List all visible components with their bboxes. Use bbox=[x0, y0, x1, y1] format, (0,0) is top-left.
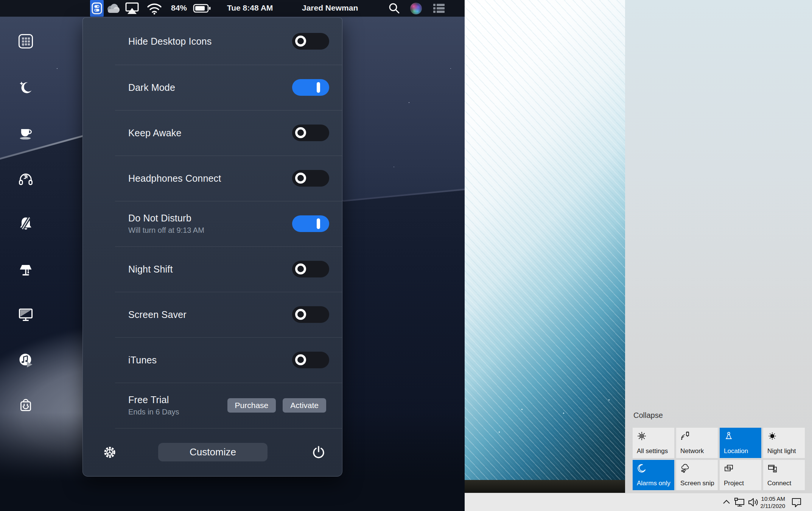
free-trial-row: Free Trial Ends in 6 Days Purchase Activ… bbox=[83, 383, 342, 428]
search-icon bbox=[388, 2, 400, 14]
free-trial-title: Free Trial bbox=[128, 394, 179, 405]
taskbar-network-button[interactable] bbox=[734, 497, 745, 508]
wallpaper-dark-band bbox=[465, 480, 625, 493]
windows-taskbar: 10:05 AM 2/11/2020 bbox=[465, 493, 812, 511]
night-shift-toggle[interactable] bbox=[292, 261, 329, 277]
menubar-user-name[interactable]: Jared Newman bbox=[302, 3, 381, 12]
airplay-display-icon bbox=[125, 2, 139, 15]
siri-button[interactable] bbox=[410, 3, 422, 14]
headphones-connect-toggle[interactable] bbox=[292, 170, 329, 187]
project-icon bbox=[724, 463, 734, 473]
screen: 84% Tue 8:48 AM Jared Newman bbox=[0, 0, 812, 511]
activate-button[interactable]: Activate bbox=[283, 398, 326, 413]
free-trial-subtitle: Ends in 6 Days bbox=[128, 408, 179, 416]
row-label: Screen Saver bbox=[128, 309, 187, 320]
tile-location[interactable]: Location bbox=[720, 428, 761, 458]
battery-icon bbox=[193, 3, 211, 13]
alarms-only-moon-icon bbox=[637, 463, 647, 473]
panel-row-dark-mode[interactable]: Dark Mode bbox=[83, 65, 342, 110]
customize-button[interactable]: Customize bbox=[158, 443, 268, 461]
action-center-panel: Collapse All settingsNetworkLocationNigh… bbox=[625, 0, 812, 493]
screen-saver-monitor-icon bbox=[17, 306, 34, 323]
tile-project[interactable]: Project bbox=[720, 460, 761, 490]
windows-wallpaper bbox=[465, 0, 625, 493]
screen-saver-toggle[interactable] bbox=[292, 306, 329, 323]
row-label: Dark Mode bbox=[128, 82, 175, 93]
panel-rows: Hide Desktop IconsDark ModeKeep AwakeHea… bbox=[83, 18, 342, 383]
mac-menu-bar: 84% Tue 8:48 AM Jared Newman bbox=[0, 0, 465, 17]
battery-percent: 84% bbox=[171, 3, 187, 12]
cloud-icon bbox=[106, 3, 121, 14]
hide-desktop-icons-toggle[interactable] bbox=[292, 33, 329, 50]
settings-gear-icon bbox=[101, 444, 118, 461]
connect-icon bbox=[767, 463, 777, 473]
row-label: Hide Desktop Icons bbox=[128, 36, 212, 47]
app-store-bag-icon bbox=[17, 397, 34, 414]
tile-alarms-only[interactable]: Alarms only bbox=[633, 460, 674, 490]
action-center-icon bbox=[791, 497, 802, 508]
tile-connect[interactable]: Connect bbox=[763, 460, 805, 490]
bell-slash-icon bbox=[17, 215, 34, 232]
cloud-menubar-button[interactable] bbox=[104, 0, 122, 17]
one-switch-menubar-button[interactable] bbox=[90, 0, 104, 17]
desktop-grid-icon bbox=[17, 33, 34, 50]
wallpaper-sparkles bbox=[521, 409, 523, 410]
panel-row-hide-desktop-icons[interactable]: Hide Desktop Icons bbox=[83, 18, 342, 65]
desk-lamp-icon bbox=[17, 261, 34, 277]
list-menubar-button[interactable] bbox=[431, 0, 446, 17]
tile-screen-snip[interactable]: Screen snip bbox=[676, 460, 718, 490]
one-switch-panel: Hide Desktop IconsDark ModeKeep AwakeHea… bbox=[82, 17, 342, 477]
wifi-icon bbox=[146, 2, 162, 15]
night-light-icon bbox=[767, 431, 777, 441]
taskbar-date: 2/11/2020 bbox=[757, 502, 785, 509]
tile-label: Connect bbox=[767, 480, 791, 487]
taskbar-overflow-button[interactable] bbox=[722, 498, 731, 506]
bluetooth-headphones-icon bbox=[17, 170, 34, 187]
tile-label: All settings bbox=[637, 447, 668, 455]
collapse-link[interactable]: Collapse bbox=[633, 411, 663, 420]
wifi-menubar-button[interactable] bbox=[145, 0, 163, 17]
tile-label: Location bbox=[724, 447, 748, 455]
settings-gear-button[interactable] bbox=[101, 444, 118, 461]
tile-label: Alarms only bbox=[637, 480, 670, 487]
taskbar-clock[interactable]: 10:05 AM 2/11/2020 bbox=[757, 495, 785, 509]
network-icon bbox=[680, 431, 690, 441]
wallpaper-streaks bbox=[465, 0, 625, 493]
panel-row-itunes[interactable]: iTunes bbox=[83, 337, 342, 383]
row-label: iTunes bbox=[128, 355, 157, 366]
row-label: Headphones Connect bbox=[128, 173, 221, 184]
battery-menubar-button[interactable] bbox=[192, 0, 212, 17]
row-label: Do Not Disturb bbox=[128, 213, 204, 224]
taskbar-time: 10:05 AM bbox=[757, 495, 785, 502]
dark-mode-toggle[interactable] bbox=[292, 79, 329, 96]
screen-snip-icon bbox=[680, 463, 690, 473]
moon-stars-icon bbox=[17, 79, 34, 96]
panel-row-headphones-connect[interactable]: Headphones Connect bbox=[83, 156, 342, 201]
do-not-disturb-toggle[interactable] bbox=[292, 215, 329, 232]
settings-gear-icon bbox=[637, 431, 647, 441]
tile-label: Night light bbox=[767, 447, 796, 455]
panel-footer: Customize bbox=[83, 428, 342, 476]
tile-all-settings[interactable]: All settings bbox=[633, 428, 674, 458]
row-label: Night Shift bbox=[128, 264, 173, 275]
chevron-up-icon bbox=[722, 498, 731, 506]
tile-network[interactable]: Network bbox=[676, 428, 718, 458]
one-switch-app-icon bbox=[92, 2, 102, 14]
purchase-button[interactable]: Purchase bbox=[227, 398, 276, 413]
power-icon bbox=[311, 445, 326, 460]
panel-row-keep-awake[interactable]: Keep Awake bbox=[83, 110, 342, 156]
panel-row-screen-saver[interactable]: Screen Saver bbox=[83, 292, 342, 337]
list-icon bbox=[432, 3, 445, 14]
menubar-clock[interactable]: Tue 8:48 AM bbox=[227, 3, 291, 12]
network-display-icon bbox=[734, 497, 745, 508]
quick-action-tiles: All settingsNetworkLocationNight lightAl… bbox=[633, 428, 807, 490]
panel-row-do-not-disturb[interactable]: Do Not DisturbWill turn off at 9:13 AM bbox=[83, 201, 342, 246]
tile-night-light[interactable]: Night light bbox=[763, 428, 805, 458]
airplay-menubar-button[interactable] bbox=[124, 0, 140, 17]
spotlight-search-button[interactable] bbox=[387, 0, 402, 17]
power-button[interactable] bbox=[311, 445, 326, 460]
panel-row-night-shift[interactable]: Night Shift bbox=[83, 246, 342, 292]
itunes-toggle[interactable] bbox=[292, 352, 329, 368]
keep-awake-toggle[interactable] bbox=[292, 125, 329, 141]
action-center-button[interactable] bbox=[791, 497, 802, 508]
